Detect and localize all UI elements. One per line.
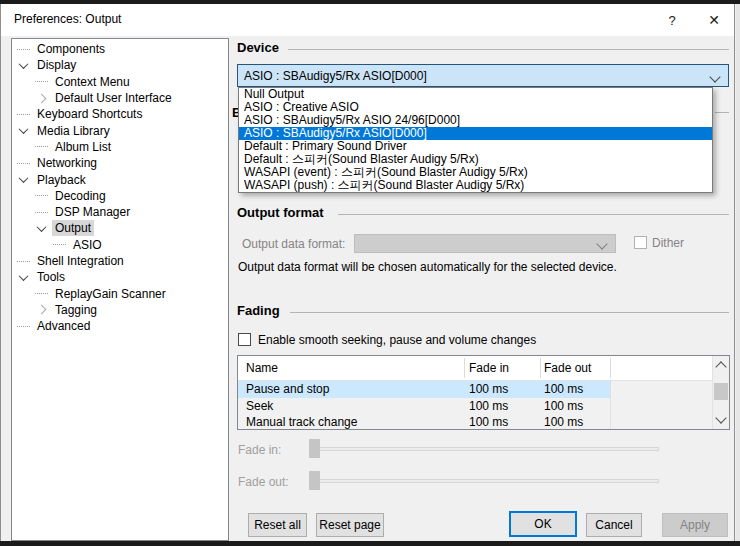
dropdown-option[interactable]: ASIO : SBAudigy5/Rx ASIO 24/96[D000] bbox=[239, 114, 712, 127]
tree-item-prefix bbox=[15, 49, 31, 50]
device-dropdown-list[interactable]: Null OutputASIO : Creative ASIOASIO : SB… bbox=[238, 87, 713, 193]
tree-item-tagging[interactable]: Tagging bbox=[12, 302, 228, 318]
chevron-down-icon[interactable] bbox=[36, 222, 46, 232]
chevron-down-icon[interactable] bbox=[18, 124, 28, 134]
table-cell-name[interactable]: Manual track change bbox=[246, 414, 357, 430]
close-button[interactable]: ✕ bbox=[693, 4, 735, 36]
tree-item-playback[interactable]: Playback bbox=[12, 171, 228, 187]
tree-item-label[interactable]: DSP Manager bbox=[52, 204, 133, 220]
tree-item-context-menu[interactable]: Context Menu bbox=[12, 74, 228, 90]
dropdown-option[interactable]: WASAPI (push) : 스피커(Sound Blaster Audigy… bbox=[239, 179, 712, 192]
tree-item-prefix[interactable] bbox=[15, 176, 31, 183]
tree-item-output[interactable]: Output bbox=[12, 220, 228, 236]
tree-item-label[interactable]: Album List bbox=[52, 139, 114, 155]
tree-item-label[interactable]: Shell Integration bbox=[34, 253, 127, 269]
tree-item-label[interactable]: ReplayGain Scanner bbox=[52, 286, 169, 302]
tree-item-prefix bbox=[15, 163, 31, 164]
tree-item-tools[interactable]: Tools bbox=[12, 269, 228, 285]
dropdown-option[interactable]: Default : Primary Sound Driver bbox=[239, 140, 712, 153]
table-cell-name[interactable]: Pause and stop bbox=[246, 381, 329, 398]
dropdown-option[interactable]: ASIO : SBAudigy5/Rx ASIO[D000] bbox=[239, 127, 712, 140]
table-cell-fade-in[interactable]: 100 ms bbox=[469, 414, 508, 430]
tree-item-label[interactable]: Networking bbox=[34, 155, 100, 171]
tree-item-label[interactable]: Display bbox=[34, 57, 79, 73]
table-cell-fade-out[interactable]: 100 ms bbox=[544, 381, 583, 398]
tree-item-display[interactable]: Display bbox=[12, 57, 228, 73]
scroll-up-icon[interactable] bbox=[715, 361, 726, 372]
tree-item-label[interactable]: Keyboard Shortcuts bbox=[34, 106, 145, 122]
tree-item-networking[interactable]: Networking bbox=[12, 155, 228, 171]
column-header-fade-out[interactable]: Fade out bbox=[544, 361, 591, 375]
table-row[interactable]: Manual track change100 ms100 ms bbox=[238, 414, 729, 430]
table-scrollbar[interactable] bbox=[712, 356, 729, 429]
tree-item-label[interactable]: Default User Interface bbox=[52, 90, 175, 106]
tree-item-prefix bbox=[33, 146, 49, 147]
tree-item-advanced[interactable]: Advanced bbox=[12, 318, 228, 334]
table-cell-name[interactable]: Seek bbox=[246, 398, 273, 415]
tree-item-replaygain-scanner[interactable]: ReplayGain Scanner bbox=[12, 285, 228, 301]
tree-item-prefix[interactable] bbox=[15, 62, 31, 69]
column-header-fade-in[interactable]: Fade in bbox=[469, 361, 509, 375]
fading-table[interactable]: Name Fade in Fade out Pause and stop100 … bbox=[237, 355, 730, 430]
column-header-name[interactable]: Name bbox=[246, 361, 278, 375]
dropdown-option[interactable]: ASIO : Creative ASIO bbox=[239, 101, 712, 114]
scrollbar-thumb[interactable] bbox=[714, 383, 728, 400]
cancel-button[interactable]: Cancel bbox=[586, 513, 642, 537]
tree-item-label[interactable]: Output bbox=[52, 220, 94, 236]
table-cell-fade-in[interactable]: 100 ms bbox=[469, 381, 508, 398]
tree-item-prefix[interactable] bbox=[15, 274, 31, 281]
tree-item-label[interactable]: Components bbox=[34, 41, 108, 57]
scroll-down-icon[interactable] bbox=[715, 412, 726, 423]
table-cell-fade-out[interactable]: 100 ms bbox=[544, 414, 583, 430]
chevron-down-icon[interactable] bbox=[18, 59, 28, 69]
chevron-right-icon[interactable] bbox=[36, 93, 46, 103]
tree-item-label[interactable]: Media Library bbox=[34, 123, 113, 139]
reset-page-button[interactable]: Reset page bbox=[316, 513, 384, 537]
table-row[interactable]: Seek100 ms100 ms bbox=[238, 398, 729, 415]
device-combobox-value: ASIO : SBAudigy5/Rx ASIO[D000] bbox=[238, 69, 427, 83]
tree-item-shell-integration[interactable]: Shell Integration bbox=[12, 253, 228, 269]
column-divider bbox=[464, 358, 465, 378]
tree-item-label[interactable]: ASIO bbox=[70, 237, 105, 253]
dropdown-option[interactable]: Null Output bbox=[239, 88, 712, 101]
reset-all-button[interactable]: Reset all bbox=[248, 513, 307, 537]
table-cell-fade-out[interactable]: 100 ms bbox=[544, 398, 583, 415]
chevron-right-icon[interactable] bbox=[36, 305, 46, 315]
tree-item-prefix[interactable] bbox=[33, 95, 49, 102]
chevron-down-icon[interactable] bbox=[18, 271, 28, 281]
table-row[interactable]: Pause and stop100 ms100 ms bbox=[238, 381, 729, 398]
tree-item-default-user-interface[interactable]: Default User Interface bbox=[12, 90, 228, 106]
tree-connector bbox=[53, 244, 66, 245]
preferences-tree[interactable]: ComponentsDisplayContext MenuDefault Use… bbox=[11, 38, 229, 541]
fading-table-header[interactable]: Name Fade in Fade out bbox=[238, 356, 729, 381]
help-button[interactable]: ? bbox=[651, 4, 693, 36]
fading-table-body[interactable]: Pause and stop100 ms100 msSeek100 ms100 … bbox=[238, 381, 729, 430]
tree-item-components[interactable]: Components bbox=[12, 41, 228, 57]
tree-item-media-library[interactable]: Media Library bbox=[12, 122, 228, 138]
enable-smooth-seeking-checkbox[interactable] bbox=[238, 333, 251, 346]
tree-item-label[interactable]: Decoding bbox=[52, 188, 109, 204]
tree-item-dsp-manager[interactable]: DSP Manager bbox=[12, 204, 228, 220]
background-window-right bbox=[736, 4, 740, 541]
dropdown-option[interactable]: WASAPI (event) : 스피커(Sound Blaster Audig… bbox=[239, 166, 712, 179]
tree-item-decoding[interactable]: Decoding bbox=[12, 188, 228, 204]
tree-connector bbox=[35, 146, 48, 147]
tree-item-label[interactable]: Tagging bbox=[52, 302, 100, 318]
tree-item-label[interactable]: Advanced bbox=[34, 318, 93, 334]
tree-item-prefix[interactable] bbox=[15, 127, 31, 134]
device-heading-rule bbox=[288, 49, 729, 50]
tree-item-label[interactable]: Context Menu bbox=[52, 74, 133, 90]
tree-item-album-list[interactable]: Album List bbox=[12, 139, 228, 155]
chevron-down-icon[interactable] bbox=[18, 173, 28, 183]
tree-item-label[interactable]: Playback bbox=[34, 172, 89, 188]
table-cell-fade-in[interactable]: 100 ms bbox=[469, 398, 508, 415]
tree-item-prefix[interactable] bbox=[33, 306, 49, 313]
tree-item-asio[interactable]: ASIO bbox=[12, 237, 228, 253]
tree-item-prefix[interactable] bbox=[33, 225, 49, 232]
dropdown-option[interactable]: Default : 스피커(Sound Blaster Audigy 5/Rx) bbox=[239, 153, 712, 166]
ok-button[interactable]: OK bbox=[509, 511, 577, 537]
tree-item-label[interactable]: Tools bbox=[34, 269, 68, 285]
device-combobox[interactable]: ASIO : SBAudigy5/Rx ASIO[D000] bbox=[237, 64, 729, 87]
tree-connector bbox=[17, 163, 30, 164]
tree-item-keyboard-shortcuts[interactable]: Keyboard Shortcuts bbox=[12, 106, 228, 122]
